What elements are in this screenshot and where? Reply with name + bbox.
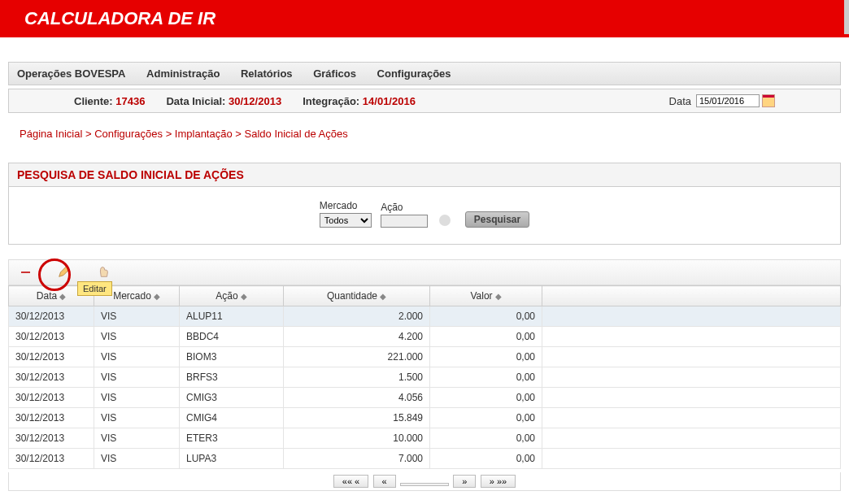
cell-quantidade: 221.000 (284, 347, 430, 367)
cell-data: 30/12/2013 (9, 388, 94, 408)
editar-tooltip: Editar (77, 281, 112, 296)
breadcrumb-item[interactable]: Saldo Inicial de Ações (245, 128, 348, 140)
cell-data: 30/12/2013 (9, 428, 94, 449)
acao-label: Ação (381, 202, 428, 213)
cliente-value: 17436 (115, 95, 145, 107)
pager-first[interactable]: «« « (333, 475, 368, 488)
acao-input[interactable] (381, 215, 428, 228)
hand-icon[interactable] (96, 264, 112, 280)
cell-acao: ETER3 (180, 428, 284, 449)
table-row[interactable]: 30/12/2013VISBIOM3221.0000,00 (9, 347, 841, 367)
minus-icon[interactable] (19, 264, 35, 280)
table-row[interactable]: 30/12/2013VISALUP112.0000,00 (9, 306, 841, 327)
data-inicial-label: Data Inicial: (166, 95, 225, 107)
nav-item-administracao[interactable]: Administração (146, 67, 220, 80)
cell-acao: ALUP11 (180, 306, 284, 327)
cell-data: 30/12/2013 (9, 449, 94, 469)
pager-last[interactable]: » »» (481, 475, 516, 488)
results-grid: Data◆ Mercado◆ Ação◆ Quantidade◆ Valor◆ … (8, 285, 841, 469)
cell-empty (542, 347, 841, 367)
breadcrumb-item[interactable]: Implantação (175, 128, 233, 140)
clear-icon[interactable] (439, 215, 451, 226)
cell-data: 30/12/2013 (9, 306, 94, 327)
cell-mercado: VIS (94, 428, 180, 449)
cell-mercado: VIS (94, 306, 180, 327)
breadcrumb-item[interactable]: Configurações (94, 128, 163, 140)
search-button[interactable]: Pesquisar (465, 211, 529, 228)
cell-data: 30/12/2013 (9, 327, 94, 347)
cell-acao: CMIG3 (180, 388, 284, 408)
cell-empty (542, 388, 841, 408)
data-label: Data (669, 95, 691, 107)
mercado-select[interactable]: Todos (320, 213, 372, 228)
col-empty (542, 286, 841, 306)
col-valor[interactable]: Valor◆ (430, 286, 542, 306)
cell-empty (542, 306, 841, 327)
nav-item-configuracoes[interactable]: Configurações (377, 67, 451, 80)
cell-empty (542, 428, 841, 449)
cell-valor: 0,00 (430, 347, 542, 367)
cliente-label: Cliente: (74, 95, 113, 107)
integracao-label: Integração: (303, 95, 359, 107)
cell-acao: LUPA3 (180, 449, 284, 469)
cell-mercado: VIS (94, 449, 180, 469)
cell-quantidade: 7.000 (284, 449, 430, 469)
cell-valor: 0,00 (430, 388, 542, 408)
table-row[interactable]: 30/12/2013VISBRFS31.5000,00 (9, 367, 841, 388)
app-title: CALCULADORA DE IR (24, 8, 216, 28)
cell-quantidade: 1.500 (284, 367, 430, 388)
panel-title: PESQUISA DE SALDO INICIAL DE AÇÕES (9, 163, 840, 187)
cell-valor: 0,00 (430, 327, 542, 347)
table-row[interactable]: 30/12/2013VISCMIG34.0560,00 (9, 388, 841, 408)
cell-valor: 0,00 (430, 408, 542, 428)
cell-quantidade: 2.000 (284, 306, 430, 327)
cell-valor: 0,00 (430, 306, 542, 327)
cell-data: 30/12/2013 (9, 367, 94, 388)
filter-acao: Ação (381, 202, 428, 228)
breadcrumb-item[interactable]: Página Inicial (20, 128, 82, 140)
cell-mercado: VIS (94, 408, 180, 428)
cell-valor: 0,00 (430, 449, 542, 469)
main-nav: Operações BOVESPA Administração Relatóri… (8, 62, 841, 85)
scrollbar-stub (844, 0, 849, 34)
cell-data: 30/12/2013 (9, 408, 94, 428)
table-row[interactable]: 30/12/2013VISCMIG415.8490,00 (9, 408, 841, 428)
grid-toolbar: Editar (8, 259, 841, 285)
data-input[interactable] (696, 94, 760, 107)
nav-item-graficos[interactable]: Gráficos (313, 67, 356, 80)
app-header: CALCULADORA DE IR (0, 0, 849, 37)
integracao-value: 14/01/2016 (363, 95, 416, 107)
cell-quantidade: 10.000 (284, 428, 430, 449)
table-row[interactable]: 30/12/2013VISETER310.0000,00 (9, 428, 841, 449)
pager-prev[interactable]: « (373, 475, 396, 488)
cell-empty (542, 408, 841, 428)
table-row[interactable]: 30/12/2013VISBBDC44.2000,00 (9, 327, 841, 347)
cell-acao: BIOM3 (180, 347, 284, 367)
cell-data: 30/12/2013 (9, 347, 94, 367)
mercado-label: Mercado (320, 200, 372, 211)
pager-next[interactable]: » (453, 475, 476, 488)
cell-mercado: VIS (94, 327, 180, 347)
nav-item-relatorios[interactable]: Relatórios (241, 67, 293, 80)
pager-page[interactable] (400, 483, 449, 486)
info-bar: Cliente: 17436 Data Inicial: 30/12/2013 … (8, 89, 841, 113)
cell-empty (542, 449, 841, 469)
search-panel: PESQUISA DE SALDO INICIAL DE AÇÕES Merca… (8, 163, 841, 245)
pager: «« « « » » »» (8, 472, 841, 491)
cell-mercado: VIS (94, 388, 180, 408)
cell-acao: CMIG4 (180, 408, 284, 428)
panel-body: Mercado Todos Ação Pesquisar (9, 187, 840, 244)
col-acao[interactable]: Ação◆ (180, 286, 284, 306)
pencil-icon[interactable] (57, 264, 73, 280)
filter-mercado: Mercado Todos (320, 200, 372, 228)
data-inicial-value: 30/12/2013 (229, 95, 281, 107)
calendar-icon[interactable] (762, 94, 775, 107)
nav-item-operacoes[interactable]: Operações BOVESPA (17, 67, 125, 80)
col-quantidade[interactable]: Quantidade◆ (284, 286, 430, 306)
cell-acao: BRFS3 (180, 367, 284, 388)
cell-mercado: VIS (94, 347, 180, 367)
cell-acao: BBDC4 (180, 327, 284, 347)
cell-empty (542, 367, 841, 388)
table-row[interactable]: 30/12/2013VISLUPA37.0000,00 (9, 449, 841, 469)
cell-empty (542, 327, 841, 347)
